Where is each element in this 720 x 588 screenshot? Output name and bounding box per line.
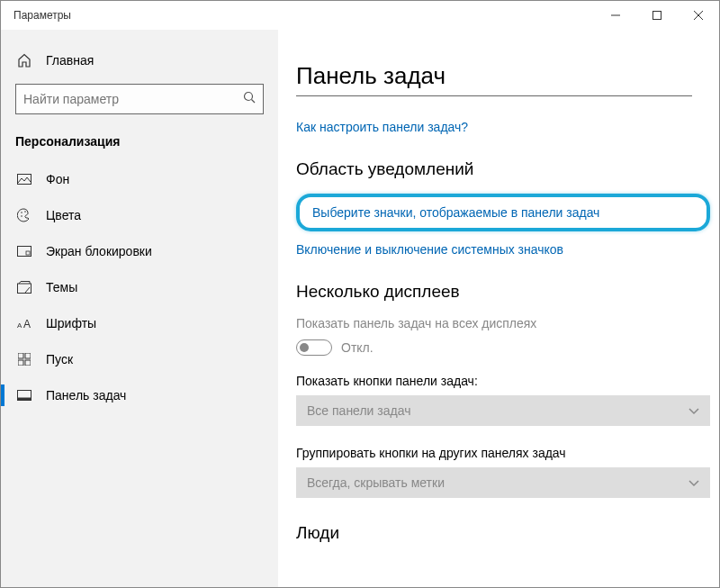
svg-rect-11 (26, 251, 30, 255)
svg-rect-16 (25, 353, 31, 358)
page-title: Панель задач (296, 62, 692, 96)
select-icons-link-text: Выберите значки, отображаемые в панели з… (312, 205, 599, 220)
nav-label: Экран блокировки (46, 244, 152, 258)
nav-label: Пуск (46, 352, 73, 366)
taskbar-icon (15, 390, 33, 401)
svg-point-8 (21, 215, 22, 217)
search-input[interactable] (23, 92, 243, 106)
main-content: Панель задач Как настроить панели задач?… (278, 30, 719, 587)
svg-rect-1 (653, 12, 662, 20)
window-title: Параметры (14, 9, 71, 22)
nav-home-label: Главная (46, 53, 94, 68)
section-multiple-displays: Несколько дисплеев (296, 282, 683, 302)
themes-icon (15, 281, 33, 294)
home-icon (15, 53, 33, 68)
lockscreen-icon (15, 246, 33, 257)
taskbar-buttons-dropdown[interactable]: Все панели задач (296, 395, 710, 426)
close-button[interactable] (678, 1, 719, 30)
svg-point-9 (24, 211, 26, 213)
toggle-knob (300, 343, 309, 352)
nav-colors[interactable]: Цвета (1, 197, 278, 233)
group-buttons-dropdown[interactable]: Всегда, скрывать метки (296, 467, 710, 498)
palette-icon (15, 208, 33, 222)
svg-rect-15 (18, 353, 23, 358)
svg-rect-6 (18, 175, 32, 185)
nav-label: Цвета (46, 208, 81, 222)
svg-point-4 (245, 93, 253, 101)
nav-label: Панель задач (46, 388, 126, 403)
dropdown-value: Все панели задач (307, 403, 410, 418)
group-buttons-label: Группировать кнопки на других панелях за… (296, 446, 683, 460)
start-icon (15, 353, 33, 366)
category-header: Персонализация (1, 127, 278, 161)
search-icon (243, 91, 256, 107)
section-people: Люди (296, 523, 683, 543)
svg-text:A: A (23, 318, 31, 330)
nav-label: Шрифты (46, 316, 96, 330)
nav-background[interactable]: Фон (1, 161, 278, 197)
taskbar-buttons-label: Показать кнопки панели задач: (296, 374, 683, 388)
dropdown-value: Всегда, скрывать метки (307, 475, 445, 490)
toggle-state-text: Откл. (341, 340, 374, 355)
nav-label: Темы (46, 280, 77, 294)
titlebar: Параметры (1, 1, 719, 30)
show-taskbar-toggle[interactable] (296, 339, 332, 356)
svg-rect-20 (18, 398, 32, 401)
svg-rect-17 (18, 360, 23, 366)
minimize-button[interactable] (595, 1, 636, 30)
chevron-down-icon (688, 475, 699, 490)
fonts-icon: AA (15, 317, 33, 330)
nav-fonts[interactable]: AA Шрифты (1, 305, 278, 341)
system-icons-link[interactable]: Включение и выключение системных значков (296, 242, 683, 257)
select-icons-link[interactable]: Выберите значки, отображаемые в панели з… (296, 194, 710, 231)
nav-themes[interactable]: Темы (1, 269, 278, 305)
svg-line-5 (252, 100, 256, 104)
nav-lockscreen[interactable]: Экран блокировки (1, 233, 278, 269)
svg-point-7 (21, 212, 22, 213)
search-input-wrap[interactable] (15, 84, 264, 114)
svg-rect-18 (25, 360, 31, 366)
sidebar: Главная Персонализация Фон Цвета (1, 30, 278, 587)
nav-label: Фон (46, 172, 69, 186)
nav-taskbar[interactable]: Панель задач (1, 377, 278, 413)
nav-home[interactable]: Главная (1, 44, 278, 77)
chevron-down-icon (688, 403, 699, 418)
image-icon (15, 174, 33, 185)
svg-text:A: A (17, 321, 22, 330)
nav-start[interactable]: Пуск (1, 341, 278, 377)
help-link[interactable]: Как настроить панели задач? (296, 120, 683, 134)
show-taskbar-label: Показать панель задач на всех дисплеях (296, 316, 683, 330)
maximize-button[interactable] (636, 1, 678, 30)
section-notification-area: Область уведомлений (296, 159, 683, 179)
